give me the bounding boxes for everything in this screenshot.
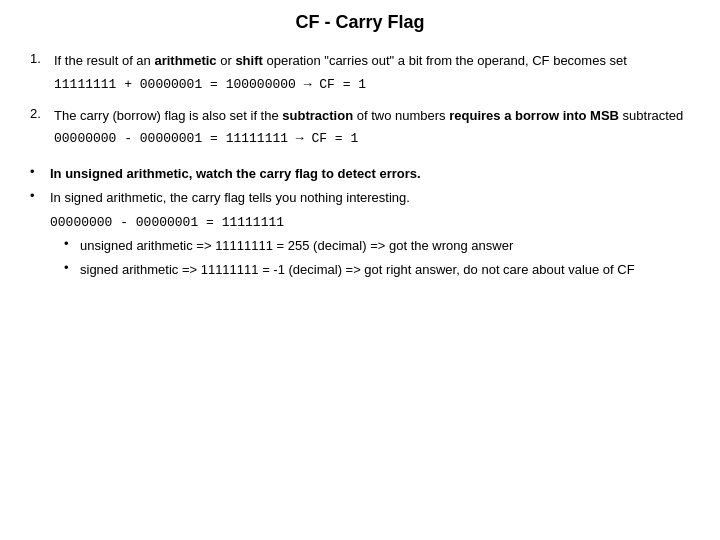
- section-1-text: If the result of an arithmetic or shift …: [54, 51, 627, 71]
- section-1-code: 11111111 + 00000001 = 100000000 → CF = 1: [54, 77, 690, 92]
- sub-bullet-2-dot: •: [64, 260, 80, 275]
- section-1: 1. If the result of an arithmetic or shi…: [30, 51, 690, 92]
- section-2: 2. The carry (borrow) flag is also set i…: [30, 106, 690, 147]
- section-2-number: 2.: [30, 106, 54, 121]
- section-2-text: The carry (borrow) flag is also set if t…: [54, 106, 683, 126]
- section-1-number: 1.: [30, 51, 54, 66]
- sub-bullet-1-text: unsigned arithmetic => 11111111 = 255 (d…: [80, 236, 513, 256]
- bullet-1-dot: •: [30, 164, 50, 179]
- bullet-2-dot: •: [30, 188, 50, 203]
- page-title: CF - Carry Flag: [30, 12, 690, 33]
- sub-section-code: 00000000 - 00000001 = 11111111: [50, 215, 690, 230]
- bullet-1-text: In unsigned arithmetic, watch the carry …: [50, 164, 421, 184]
- sub-section: 00000000 - 00000001 = 11111111 • unsigne…: [50, 215, 690, 279]
- sub-bullet-2-text: signed arithmetic => 11111111 = -1 (deci…: [80, 260, 635, 280]
- bullet-2-text: In signed arithmetic, the carry flag tel…: [50, 188, 410, 208]
- sub-bullet-1-dot: •: [64, 236, 80, 251]
- section-2-code: 00000000 - 00000001 = 11111111 → CF = 1: [54, 131, 690, 146]
- bullet-section: • In unsigned arithmetic, watch the carr…: [30, 164, 690, 207]
